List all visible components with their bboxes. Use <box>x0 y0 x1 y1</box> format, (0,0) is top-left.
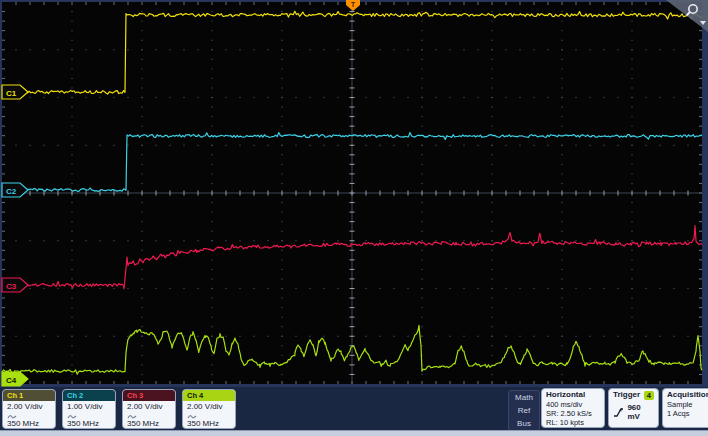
channel-scale: 2.00 V/div <box>187 402 231 411</box>
channel-badge-ch4[interactable]: Ch 4 2.00 V/div 350 MHz <box>182 389 236 429</box>
horizontal-scale: 400 ms/div <box>546 400 600 409</box>
acquisition-mode: Sample <box>667 400 708 409</box>
status-bar: Ch 1 2.00 V/div 350 MHz Ch 2 1.00 V/div … <box>0 387 708 430</box>
oscilloscope-screen: { "screen": { "width": 708, "height": 43… <box>0 0 708 436</box>
sample-rate: SR: 2.50 kS/s <box>546 409 600 418</box>
trigger-source-badge: 4 <box>644 391 654 400</box>
channel-bandwidth: 350 MHz <box>7 419 51 428</box>
waveform-display: C1 C2 C3 C4 T <box>0 0 708 387</box>
trigger-level-value: 960 mV <box>627 403 654 421</box>
record-length: RL: 10 kpts <box>546 418 600 427</box>
acquisition-panel[interactable]: Acquisition Sample 1 Acqs <box>662 388 708 428</box>
math-ref-bus-group: Math Ref Bus <box>508 390 540 431</box>
acquisition-count: 1 Acqs <box>667 409 708 418</box>
acquisition-title: Acquisition <box>667 390 708 400</box>
channel-badge-title: Ch 4 <box>183 390 235 401</box>
trigger-position-label: T <box>351 1 355 8</box>
channel-scale: 1.00 V/div <box>67 402 111 411</box>
channel-bandwidth: 350 MHz <box>187 419 231 428</box>
rising-edge-icon <box>613 408 623 417</box>
bus-button[interactable]: Bus <box>517 419 531 429</box>
bandwidth-icon <box>67 411 111 419</box>
channel-badge-title: Ch 2 <box>63 390 115 401</box>
channel-badge-title: Ch 3 <box>123 390 175 401</box>
trigger-panel[interactable]: Trigger 4 960 mV <box>608 388 659 428</box>
bandwidth-icon <box>187 411 231 419</box>
trigger-title: Trigger <box>613 390 640 400</box>
horizontal-panel[interactable]: Horizontal 400 ms/div SR: 2.50 kS/s RL: … <box>541 388 605 428</box>
channel-bandwidth: 350 MHz <box>67 419 111 428</box>
channel-badge-ch3[interactable]: Ch 3 2.00 V/div 350 MHz <box>122 389 176 429</box>
channel-marker-label: C4 <box>6 376 17 385</box>
ref-button[interactable]: Ref <box>518 406 530 416</box>
bandwidth-icon <box>7 411 51 419</box>
channel-scale: 2.00 V/div <box>127 402 171 411</box>
channel-bandwidth: 350 MHz <box>127 419 171 428</box>
channel-badge-ch1[interactable]: Ch 1 2.00 V/div 350 MHz <box>2 389 56 429</box>
bandwidth-icon <box>127 411 171 419</box>
channel-marker-label: C3 <box>6 282 17 291</box>
horizontal-title: Horizontal <box>546 390 600 400</box>
channel-badge-title: Ch 1 <box>3 390 55 401</box>
channel-badge-ch2[interactable]: Ch 2 1.00 V/div 350 MHz <box>62 389 116 429</box>
bottom-bezel <box>0 430 708 436</box>
math-button[interactable]: Math <box>515 393 533 403</box>
channel-scale: 2.00 V/div <box>7 402 51 411</box>
channel-marker-label: C1 <box>6 89 17 98</box>
channel-marker-label: C2 <box>6 187 17 196</box>
